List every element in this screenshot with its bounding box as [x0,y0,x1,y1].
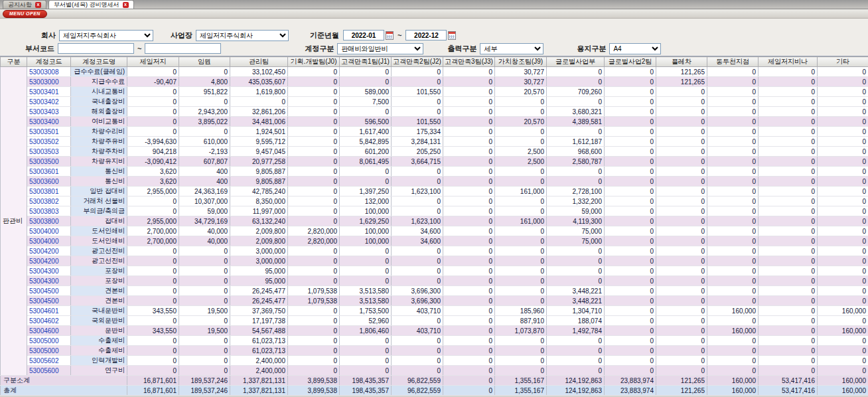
amount-cell[interactable]: 0 [707,316,759,326]
amount-cell[interactable]: 400 [179,167,230,177]
amount-cell[interactable]: 0 [127,336,179,346]
amount-cell[interactable]: 0 [288,366,340,376]
amount-cell[interactable]: 0 [127,296,179,306]
amount-cell[interactable]: 32,861,206 [230,107,288,117]
amount-cell[interactable]: 0 [288,216,340,226]
amount-cell[interactable]: -90,407 [127,77,179,87]
amount-cell[interactable]: 0 [127,87,179,97]
amount-cell[interactable]: 0 [179,356,230,366]
account-code-cell[interactable]: 53004500 [27,286,71,296]
account-name-cell[interactable]: 인력개발비 [71,356,127,366]
amount-cell[interactable]: 0 [707,97,759,107]
amount-cell[interactable]: 0 [605,336,656,346]
account-name-cell[interactable]: 수출제비 [71,336,127,346]
amount-cell[interactable]: 0 [392,356,443,366]
amount-cell[interactable]: 0 [656,117,707,127]
amount-cell[interactable]: 0 [707,127,759,137]
amount-cell[interactable]: 0 [443,206,495,216]
amount-cell[interactable]: 121,265 [656,67,707,77]
period-from-input[interactable] [343,30,384,40]
amount-cell[interactable]: 0 [759,67,818,77]
amount-cell[interactable]: 8,061,495 [340,157,392,167]
amount-cell[interactable]: 0 [288,87,340,97]
amount-cell[interactable]: 132,000 [340,197,392,206]
amount-cell[interactable]: 3,000,000 [230,256,288,266]
amount-cell[interactable]: 4,800 [179,77,230,87]
amount-cell[interactable]: 0 [707,246,759,256]
amount-cell[interactable]: 0 [288,356,340,366]
amount-cell[interactable]: 0 [759,127,818,137]
calendar-icon[interactable] [448,31,456,40]
amount-cell[interactable]: 95,000 [230,266,288,276]
amount-cell[interactable]: 0 [707,296,759,306]
amount-cell[interactable]: 709,260 [547,87,605,97]
amount-cell[interactable]: 0 [495,206,547,216]
amount-cell[interactable]: 9,805,887 [230,177,288,187]
amount-cell[interactable]: 435,035,607 [230,77,288,87]
amount-cell[interactable]: 24,363,169 [179,187,230,197]
amount-cell[interactable]: 0 [818,236,868,246]
amount-cell[interactable]: 0 [759,356,818,366]
amount-cell[interactable]: 0 [707,216,759,226]
amount-cell[interactable]: 0 [605,316,656,326]
amount-cell[interactable]: 0 [340,266,392,276]
amount-cell[interactable]: 161,000 [495,216,547,226]
amount-cell[interactable]: 0 [707,67,759,77]
account-name-cell[interactable]: 견본비 [71,286,127,296]
amount-cell[interactable]: 100,000 [340,226,392,236]
amount-cell[interactable]: 0 [759,316,818,326]
amount-cell[interactable]: 0 [340,276,392,286]
amount-cell[interactable]: 2,009,800 [230,236,288,246]
amount-cell[interactable]: 0 [495,256,547,266]
amount-cell[interactable]: 0 [340,167,392,177]
amount-cell[interactable]: 0 [759,266,818,276]
amount-cell[interactable]: 0 [127,346,179,356]
amount-cell[interactable]: 0 [605,187,656,197]
amount-cell[interactable]: 904,218 [127,147,179,157]
account-code-cell[interactable]: 53003400 [27,117,71,127]
amount-cell[interactable]: 9,595,712 [230,137,288,147]
amount-cell[interactable]: 0 [495,346,547,356]
amount-cell[interactable]: 0 [759,77,818,87]
amount-cell[interactable]: 0 [392,77,443,87]
amount-cell[interactable]: 0 [605,366,656,376]
amount-cell[interactable]: 0 [605,356,656,366]
amount-cell[interactable]: 0 [818,187,868,197]
amount-cell[interactable]: 0 [179,336,230,346]
amount-cell[interactable]: 0 [392,346,443,356]
amount-cell[interactable]: 0 [392,276,443,286]
tab-expense-report[interactable]: 부서별(세목) 경비명세서 x [48,0,134,9]
account-code-cell[interactable]: 53005600 [27,366,71,376]
amount-cell[interactable]: 2,400,000 [230,366,288,376]
amount-cell[interactable]: 4,119,300 [547,216,605,226]
amount-cell[interactable]: 30,727 [495,77,547,87]
amount-cell[interactable]: 0 [656,216,707,226]
amount-cell[interactable]: 1,397,250 [340,187,392,197]
amount-cell[interactable]: 1,617,400 [340,127,392,137]
amount-cell[interactable]: 0 [656,147,707,157]
amount-cell[interactable]: 0 [179,127,230,137]
amount-cell[interactable]: 0 [759,256,818,266]
account-name-cell[interactable]: 부의금/축의금 [71,206,127,216]
amount-cell[interactable]: 0 [443,306,495,316]
amount-cell[interactable]: 0 [818,276,868,286]
amount-cell[interactable]: 1,623,100 [392,216,443,226]
amount-cell[interactable]: -2,193 [179,147,230,157]
amount-cell[interactable]: 37,369,750 [230,306,288,316]
amount-cell[interactable]: 0 [495,167,547,177]
amount-cell[interactable]: 2,700,000 [127,226,179,236]
amount-cell[interactable]: 0 [759,137,818,147]
amount-cell[interactable]: 3,448,221 [547,286,605,296]
amount-cell[interactable]: 3,620 [127,177,179,187]
amount-cell[interactable]: 0 [443,216,495,226]
amount-cell[interactable]: 2,955,000 [127,187,179,197]
dept-code-from-input[interactable] [58,43,134,54]
tab-close-icon[interactable]: x [123,2,129,8]
account-name-cell[interactable]: 일반 접대비 [71,187,127,197]
amount-cell[interactable]: 40,000 [179,236,230,246]
amount-cell[interactable]: 0 [547,127,605,137]
amount-cell[interactable]: 54,567,488 [230,326,288,336]
amount-cell[interactable]: 34,600 [392,236,443,246]
amount-cell[interactable]: 0 [818,97,868,107]
menu-open-button[interactable]: MENU OPEN [3,10,47,18]
